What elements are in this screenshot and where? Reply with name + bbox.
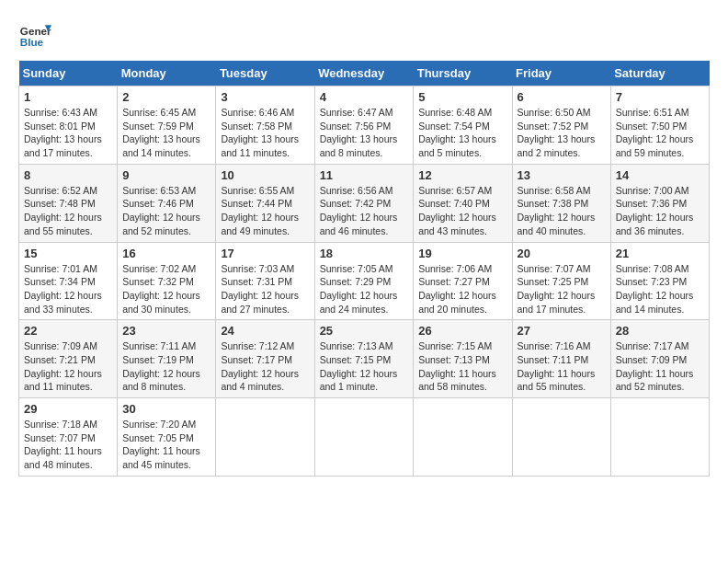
calendar-cell: 11 Sunrise: 6:56 AMSunset: 7:42 PMDaylig…: [314, 164, 414, 242]
day-info: Sunrise: 6:52 AMSunset: 7:48 PMDaylight:…: [24, 185, 102, 236]
day-info: Sunrise: 7:16 AMSunset: 7:11 PMDaylight:…: [518, 340, 596, 392]
calendar-cell: 4 Sunrise: 6:47 AMSunset: 7:56 PMDayligh…: [314, 86, 414, 165]
calendar-cell: 27 Sunrise: 7:16 AMSunset: 7:11 PMDaylig…: [512, 320, 610, 398]
calendar-cell: 19 Sunrise: 7:06 AMSunset: 7:27 PMDaylig…: [414, 242, 512, 320]
day-info: Sunrise: 7:02 AMSunset: 7:32 PMDaylight:…: [122, 263, 200, 315]
day-number: 18: [320, 247, 409, 260]
day-info: Sunrise: 7:20 AMSunset: 7:05 PMDaylight:…: [122, 419, 200, 470]
day-number: 3: [221, 90, 309, 104]
calendar-cell: [512, 398, 610, 477]
weekday-header-tuesday: Tuesday: [216, 61, 314, 86]
day-number: 6: [518, 90, 606, 104]
day-info: Sunrise: 6:51 AMSunset: 7:50 PMDaylight:…: [616, 107, 694, 158]
day-info: Sunrise: 7:05 AMSunset: 7:29 PMDaylight:…: [320, 263, 398, 315]
day-number: 14: [616, 168, 704, 182]
weekday-header-sunday: Sunday: [19, 61, 118, 86]
calendar-cell: 16 Sunrise: 7:02 AMSunset: 7:32 PMDaylig…: [118, 242, 216, 320]
calendar-cell: [610, 398, 709, 477]
day-info: Sunrise: 7:18 AMSunset: 7:07 PMDaylight:…: [24, 419, 102, 470]
day-info: Sunrise: 7:06 AMSunset: 7:27 PMDaylight:…: [418, 263, 496, 315]
calendar-cell: 14 Sunrise: 7:00 AMSunset: 7:36 PMDaylig…: [610, 164, 709, 242]
logo-icon: General Blue: [18, 18, 51, 52]
calendar-cell: 3 Sunrise: 6:46 AMSunset: 7:58 PMDayligh…: [216, 86, 314, 165]
calendar-cell: 9 Sunrise: 6:53 AMSunset: 7:46 PMDayligh…: [118, 164, 216, 242]
weekday-header-row: SundayMondayTuesdayWednesdayThursdayFrid…: [19, 61, 710, 86]
svg-text:Blue: Blue: [20, 36, 44, 48]
day-info: Sunrise: 6:53 AMSunset: 7:46 PMDaylight:…: [122, 185, 200, 236]
weekday-header-monday: Monday: [118, 61, 216, 86]
day-info: Sunrise: 7:01 AMSunset: 7:34 PMDaylight:…: [24, 263, 102, 315]
day-info: Sunrise: 7:03 AMSunset: 7:31 PMDaylight:…: [221, 263, 299, 315]
calendar-cell: 7 Sunrise: 6:51 AMSunset: 7:50 PMDayligh…: [610, 86, 709, 165]
day-number: 19: [418, 247, 506, 260]
calendar-week-row: 1 Sunrise: 6:43 AMSunset: 8:01 PMDayligh…: [19, 86, 710, 165]
calendar-cell: [414, 398, 512, 477]
calendar-cell: 25 Sunrise: 7:13 AMSunset: 7:15 PMDaylig…: [314, 320, 414, 398]
calendar-cell: 29 Sunrise: 7:18 AMSunset: 7:07 PMDaylig…: [19, 398, 118, 477]
day-number: 15: [24, 247, 112, 260]
day-info: Sunrise: 6:48 AMSunset: 7:54 PMDaylight:…: [418, 107, 496, 158]
calendar-cell: 6 Sunrise: 6:50 AMSunset: 7:52 PMDayligh…: [512, 86, 610, 165]
day-info: Sunrise: 7:15 AMSunset: 7:13 PMDaylight:…: [418, 340, 496, 392]
calendar-cell: 13 Sunrise: 6:58 AMSunset: 7:38 PMDaylig…: [512, 164, 610, 242]
day-number: 21: [616, 247, 704, 260]
day-number: 12: [418, 168, 506, 182]
calendar-week-row: 22 Sunrise: 7:09 AMSunset: 7:21 PMDaylig…: [19, 320, 710, 398]
calendar-week-row: 15 Sunrise: 7:01 AMSunset: 7:34 PMDaylig…: [19, 242, 710, 320]
calendar-cell: [314, 398, 414, 477]
day-info: Sunrise: 7:11 AMSunset: 7:19 PMDaylight:…: [122, 340, 200, 392]
day-number: 4: [320, 90, 409, 104]
day-info: Sunrise: 7:17 AMSunset: 7:09 PMDaylight:…: [616, 340, 694, 392]
day-info: Sunrise: 6:55 AMSunset: 7:44 PMDaylight:…: [221, 185, 299, 236]
day-number: 23: [122, 324, 210, 338]
weekday-header-wednesday: Wednesday: [314, 61, 414, 86]
day-number: 20: [518, 247, 606, 260]
calendar-cell: 28 Sunrise: 7:17 AMSunset: 7:09 PMDaylig…: [610, 320, 709, 398]
day-number: 13: [518, 168, 606, 182]
day-info: Sunrise: 7:12 AMSunset: 7:17 PMDaylight:…: [221, 340, 299, 392]
day-number: 22: [24, 324, 112, 338]
calendar-cell: 30 Sunrise: 7:20 AMSunset: 7:05 PMDaylig…: [118, 398, 216, 477]
calendar-cell: 12 Sunrise: 6:57 AMSunset: 7:40 PMDaylig…: [414, 164, 512, 242]
calendar-cell: 26 Sunrise: 7:15 AMSunset: 7:13 PMDaylig…: [414, 320, 512, 398]
day-number: 29: [24, 402, 112, 416]
calendar-cell: 18 Sunrise: 7:05 AMSunset: 7:29 PMDaylig…: [314, 242, 414, 320]
day-number: 2: [122, 90, 210, 104]
day-number: 17: [221, 247, 309, 260]
calendar-cell: 22 Sunrise: 7:09 AMSunset: 7:21 PMDaylig…: [19, 320, 118, 398]
calendar-cell: 8 Sunrise: 6:52 AMSunset: 7:48 PMDayligh…: [19, 164, 118, 242]
day-number: 26: [418, 324, 506, 338]
day-number: 5: [418, 90, 506, 104]
calendar-cell: [216, 398, 314, 477]
day-number: 1: [24, 90, 112, 104]
weekday-header-thursday: Thursday: [414, 61, 512, 86]
day-number: 24: [221, 324, 309, 338]
day-info: Sunrise: 6:57 AMSunset: 7:40 PMDaylight:…: [418, 185, 496, 236]
day-info: Sunrise: 6:50 AMSunset: 7:52 PMDaylight:…: [518, 107, 596, 158]
calendar-cell: 21 Sunrise: 7:08 AMSunset: 7:23 PMDaylig…: [610, 242, 709, 320]
calendar-cell: 1 Sunrise: 6:43 AMSunset: 8:01 PMDayligh…: [19, 86, 118, 165]
day-number: 11: [320, 168, 409, 182]
calendar-cell: 20 Sunrise: 7:07 AMSunset: 7:25 PMDaylig…: [512, 242, 610, 320]
calendar-table: SundayMondayTuesdayWednesdayThursdayFrid…: [18, 61, 710, 477]
day-number: 28: [616, 324, 704, 338]
calendar-cell: 24 Sunrise: 7:12 AMSunset: 7:17 PMDaylig…: [216, 320, 314, 398]
day-info: Sunrise: 6:43 AMSunset: 8:01 PMDaylight:…: [24, 107, 102, 158]
day-number: 9: [122, 168, 210, 182]
day-info: Sunrise: 7:13 AMSunset: 7:15 PMDaylight:…: [320, 340, 398, 392]
calendar-week-row: 8 Sunrise: 6:52 AMSunset: 7:48 PMDayligh…: [19, 164, 710, 242]
calendar-cell: 10 Sunrise: 6:55 AMSunset: 7:44 PMDaylig…: [216, 164, 314, 242]
calendar-cell: 23 Sunrise: 7:11 AMSunset: 7:19 PMDaylig…: [118, 320, 216, 398]
logo: General Blue: [18, 18, 51, 52]
day-number: 16: [122, 247, 210, 260]
calendar-cell: 5 Sunrise: 6:48 AMSunset: 7:54 PMDayligh…: [414, 86, 512, 165]
day-info: Sunrise: 7:00 AMSunset: 7:36 PMDaylight:…: [616, 185, 694, 236]
day-number: 27: [518, 324, 606, 338]
day-info: Sunrise: 6:47 AMSunset: 7:56 PMDaylight:…: [320, 107, 398, 158]
calendar-week-row: 29 Sunrise: 7:18 AMSunset: 7:07 PMDaylig…: [19, 398, 710, 477]
day-info: Sunrise: 6:58 AMSunset: 7:38 PMDaylight:…: [518, 185, 596, 236]
day-info: Sunrise: 6:56 AMSunset: 7:42 PMDaylight:…: [320, 185, 398, 236]
day-info: Sunrise: 7:08 AMSunset: 7:23 PMDaylight:…: [616, 263, 694, 315]
day-info: Sunrise: 7:07 AMSunset: 7:25 PMDaylight:…: [518, 263, 596, 315]
day-info: Sunrise: 7:09 AMSunset: 7:21 PMDaylight:…: [24, 340, 102, 392]
